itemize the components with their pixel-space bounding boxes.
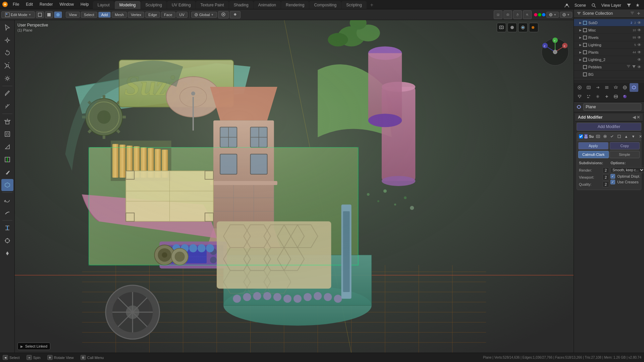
prop-scene-icon[interactable] <box>575 83 584 92</box>
annotate-tool[interactable] <box>1 87 13 100</box>
menu-window[interactable]: Window <box>57 0 76 9</box>
mod-move-up[interactable]: ▲ <box>623 133 629 139</box>
knife-tool[interactable] <box>1 166 13 178</box>
collection-item-rivets[interactable]: ▶ Rivets 99 👁 <box>574 34 644 41</box>
mod-render-toggle[interactable] <box>595 133 601 139</box>
vertex-menu-btn[interactable]: Vertex <box>128 12 144 18</box>
add-menu-btn[interactable]: Add <box>98 12 111 18</box>
uv-menu-btn[interactable]: UV <box>176 12 187 18</box>
mod-cage-toggle[interactable] <box>616 133 622 139</box>
move-tool[interactable] <box>1 34 13 46</box>
collection-eye-subd[interactable]: 👁 <box>637 20 641 25</box>
mod-edit-toggle[interactable] <box>609 133 615 139</box>
viewport-material-btn[interactable] <box>518 23 528 32</box>
collection-eye-pebbles[interactable]: 👁 <box>637 65 641 69</box>
simple-button[interactable]: Simple <box>609 151 640 158</box>
push-pull-tool[interactable] <box>1 247 13 259</box>
face-menu-btn[interactable]: Face <box>161 12 175 18</box>
viewport-camera-btn[interactable] <box>497 23 506 32</box>
tab-layout[interactable]: Layout <box>93 1 114 9</box>
object-name-input[interactable] <box>583 103 641 111</box>
collection-new-icon[interactable] <box>636 11 641 16</box>
zoom-icon[interactable] <box>523 10 532 19</box>
collection-item-plants[interactable]: ▶ Plants 44 👁 <box>574 49 644 56</box>
tab-modeling[interactable]: Modeling <box>115 1 141 9</box>
modifier-expand-icon[interactable]: ◀ <box>633 115 636 120</box>
prop-object-icon[interactable] <box>630 83 638 92</box>
apply-button[interactable]: Apply <box>578 142 608 149</box>
tab-scripting[interactable]: Scripting <box>341 1 367 9</box>
add-modifier-button[interactable]: Add Modifier <box>577 123 641 131</box>
mesh-menu-btn[interactable]: Mesh <box>112 12 127 18</box>
main-viewport[interactable]: Suzie's Suzie's <box>15 20 574 353</box>
gizmo-toggle-btn[interactable]: ▼ <box>560 12 572 18</box>
proportional-btn[interactable] <box>218 11 229 18</box>
pebbles-filter-icon[interactable] <box>627 65 631 69</box>
collection-item-subd[interactable]: ▶ SubD 2 2 👁 <box>574 19 644 26</box>
prop-physics-icon[interactable] <box>593 92 602 101</box>
collection-eye-lighting2[interactable]: 👁 <box>637 57 641 62</box>
tab-animation[interactable]: Animation <box>254 1 281 9</box>
modifier-enable-checkbox[interactable] <box>579 134 583 138</box>
use-creases-checkbox[interactable] <box>610 180 615 184</box>
viewport-rendered-btn[interactable] <box>529 23 538 32</box>
camera-icon[interactable] <box>503 10 512 19</box>
view-type-solid[interactable] <box>45 11 53 18</box>
prop-particles-icon[interactable] <box>584 92 593 101</box>
3d-icon[interactable]: 3D <box>494 10 502 19</box>
shrink-fatten-tool[interactable] <box>1 235 13 247</box>
spin-tool[interactable] <box>1 194 13 206</box>
hand-icon[interactable] <box>513 10 522 19</box>
view-type-wire[interactable] <box>36 11 44 18</box>
mod-viewport-toggle[interactable] <box>602 133 608 139</box>
transform-tool[interactable] <box>1 72 13 84</box>
nav-gizmo[interactable]: Y X Z <box>540 37 570 67</box>
edge-menu-btn[interactable]: Edge <box>145 12 160 18</box>
menu-edit[interactable]: Edit <box>23 0 36 9</box>
viewport-solid-btn[interactable] <box>507 23 517 32</box>
viewport-value-field[interactable]: 2 <box>602 174 609 180</box>
tab-shading[interactable]: Shading <box>229 1 253 9</box>
collection-filter-icon[interactable] <box>630 11 635 16</box>
quality-value-field[interactable]: 2 <box>602 181 609 187</box>
tab-compositing[interactable]: Compositing <box>309 1 341 9</box>
prop-output-icon[interactable] <box>593 83 602 92</box>
view-menu-btn[interactable]: View <box>66 12 80 18</box>
collection-item-bg[interactable]: ▶ BG <box>574 71 644 78</box>
collection-item-misc[interactable]: ▶ Misc 10 👁 <box>574 26 644 34</box>
extrude-tool[interactable] <box>1 115 13 127</box>
prop-material-icon[interactable] <box>621 92 629 101</box>
mod-close[interactable]: ✕ <box>637 133 643 139</box>
select-menu-btn[interactable]: Select <box>81 12 97 18</box>
pin-icon[interactable] <box>634 2 641 9</box>
mod-move-down[interactable]: ▼ <box>630 133 636 139</box>
poly-build-tool[interactable] <box>1 179 13 191</box>
optimal-disp-checkbox[interactable] <box>610 174 615 179</box>
tab-texture-paint[interactable]: Texture Paint <box>196 1 229 9</box>
tab-sculpting[interactable]: Sculpting <box>141 1 167 9</box>
collection-eye-lighting[interactable]: 👁 <box>637 43 641 47</box>
render-value-field[interactable]: 2 <box>602 167 609 173</box>
catmull-clark-button[interactable]: Catmull-Clark <box>578 151 609 158</box>
menu-help[interactable]: Help <box>78 0 92 9</box>
scale-tool[interactable] <box>1 60 13 72</box>
view-type-material[interactable] <box>54 11 62 18</box>
snap-btn[interactable]: Global ▼ <box>191 12 217 18</box>
rotate-tool[interactable] <box>1 47 13 59</box>
bevel-tool[interactable] <box>1 141 13 153</box>
prop-view-layer-icon[interactable] <box>602 83 611 92</box>
pebbles-funnel-icon[interactable] <box>632 65 636 69</box>
blender-logo-icon[interactable] <box>1 1 9 8</box>
measure-tool[interactable] <box>1 100 13 112</box>
loop-cut-tool[interactable] <box>1 154 13 166</box>
prop-modifier-icon[interactable] <box>575 92 584 101</box>
prop-scene-props-icon[interactable] <box>611 83 620 92</box>
inset-tool[interactable] <box>1 128 13 140</box>
filter-icon[interactable] <box>625 2 633 9</box>
modifier-close-icon[interactable]: ✕ <box>637 115 640 120</box>
menu-file[interactable]: File <box>10 0 22 9</box>
search-icon[interactable] <box>590 2 597 9</box>
tab-uv-editing[interactable]: UV Editing <box>167 1 196 9</box>
viewport-overlay-btn[interactable]: ▼ <box>546 12 559 18</box>
tab-rendering[interactable]: Rendering <box>281 1 309 9</box>
